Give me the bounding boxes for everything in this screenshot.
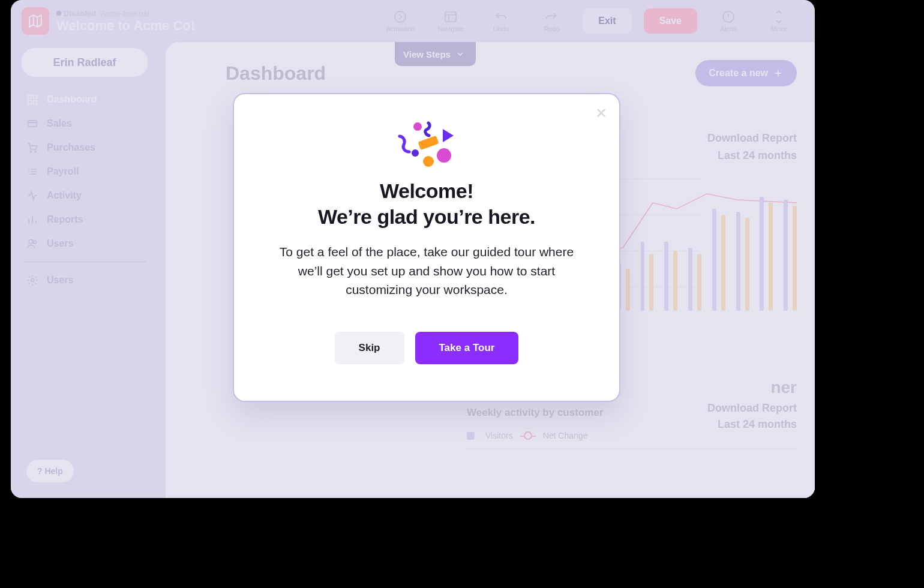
take-tour-button[interactable]: Take a Tour xyxy=(415,332,519,364)
close-icon[interactable]: ✕ xyxy=(595,105,607,122)
skip-button[interactable]: Skip xyxy=(335,332,404,364)
svg-point-15 xyxy=(412,149,419,157)
modal-actions: Skip Take a Tour xyxy=(251,332,602,364)
welcome-modal: ✕ Welcome! We’re glad you’re here. To ge… xyxy=(233,93,620,402)
svg-point-13 xyxy=(413,122,422,131)
app-window: Disabled /Acme-Internal Welcome to Acme … xyxy=(11,0,815,498)
svg-rect-14 xyxy=(418,136,439,150)
modal-body: To get a feel of the place, take our gui… xyxy=(277,242,577,299)
svg-point-16 xyxy=(423,156,434,167)
svg-point-17 xyxy=(437,148,451,163)
modal-title: Welcome! We’re glad you’re here. xyxy=(251,178,602,229)
confetti-icon xyxy=(251,119,602,171)
